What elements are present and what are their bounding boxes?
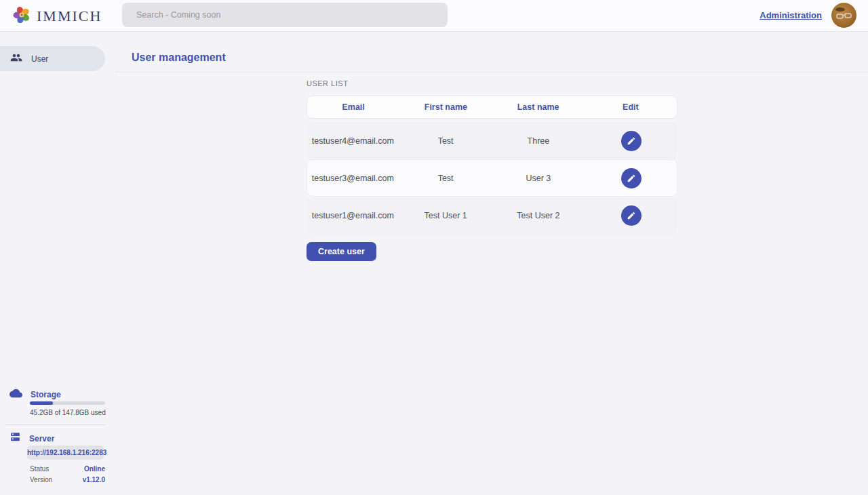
column-header-email: Email: [307, 102, 399, 112]
user-list-label: USER LIST: [307, 79, 348, 87]
table-row: testuser1@email.com Test User 1 Test Use…: [307, 197, 677, 234]
page-title: User management: [132, 52, 226, 64]
user-table: testuser4@email.com Test Three testuser3…: [307, 122, 677, 234]
sidebar-divider: [5, 424, 106, 425]
cell-first-name: Test: [399, 136, 492, 146]
server-title: Server: [29, 434, 54, 443]
cell-first-name: Test: [399, 174, 492, 183]
storage-progress-track: [30, 401, 105, 405]
administration-link[interactable]: Administration: [760, 10, 822, 20]
storage-widget-header: Storage: [9, 389, 61, 401]
pencil-icon: [627, 211, 636, 220]
server-status-row: Status Online: [30, 465, 105, 473]
pencil-icon: [627, 174, 636, 183]
edit-user-button[interactable]: [621, 205, 642, 226]
glasses-photo-icon: [835, 7, 853, 24]
content-divider: [115, 72, 868, 73]
server-widget-header: Server: [9, 431, 54, 446]
table-row: testuser3@email.com Test User 3: [307, 159, 677, 197]
immich-flower-icon: [12, 5, 31, 27]
status-value: Online: [84, 465, 105, 473]
server-url-badge: http://192.168.1.216:2283: [27, 446, 104, 460]
user-table-header: Email First name Last name Edit: [307, 96, 677, 119]
column-header-last-name: Last name: [492, 102, 585, 112]
sidebar-item-user[interactable]: User: [0, 46, 105, 71]
cell-email: testuser4@email.com: [307, 136, 399, 146]
search-input[interactable]: [122, 3, 448, 27]
user-avatar[interactable]: [831, 3, 856, 28]
version-label: Version: [30, 476, 52, 483]
pencil-icon: [627, 136, 636, 146]
server-icon: [9, 431, 21, 446]
edit-user-button[interactable]: [621, 131, 642, 151]
status-label: Status: [30, 465, 49, 473]
storage-progress-fill: [30, 401, 53, 405]
column-header-first-name: First name: [399, 102, 492, 112]
storage-usage-text: 45.2GB of 147.8GB used: [30, 409, 106, 416]
sidebar-item-user-label: User: [31, 54, 48, 64]
cell-email: testuser1@email.com: [307, 211, 399, 220]
immich-logo: IMMICH: [12, 5, 102, 27]
storage-title: Storage: [31, 390, 61, 399]
server-version-row: Version v1.12.0: [30, 476, 105, 483]
cell-email: testuser3@email.com: [307, 174, 399, 183]
top-header: IMMICH Administration: [0, 0, 868, 32]
edit-user-button[interactable]: [621, 168, 642, 189]
cloud-icon: [9, 389, 22, 401]
cell-last-name: User 3: [492, 174, 585, 183]
table-row: testuser4@email.com Test Three: [307, 122, 677, 159]
cell-first-name: Test User 1: [399, 211, 492, 220]
cell-last-name: Three: [492, 136, 585, 146]
create-user-button[interactable]: Create user: [307, 242, 376, 261]
column-header-edit: Edit: [585, 102, 677, 112]
version-value: v1.12.0: [83, 476, 105, 483]
users-icon: [10, 52, 22, 66]
cell-last-name: Test User 2: [492, 211, 585, 220]
logo-wordmark: IMMICH: [37, 7, 102, 25]
